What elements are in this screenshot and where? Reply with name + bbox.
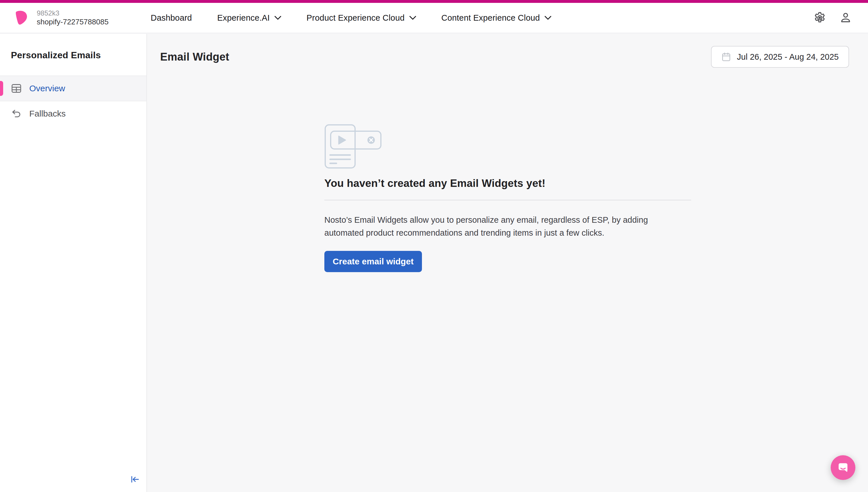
header-right-icons (812, 10, 868, 25)
nav-experience-ai[interactable]: Experience.AI (217, 13, 281, 23)
sidebar-title: Personalized Emails (0, 34, 146, 75)
main-nav: Dashboard Experience.AI Product Experien… (151, 13, 551, 23)
chevron-down-icon (274, 16, 281, 20)
account-block[interactable]: 9852k3 shopify-72275788085 (14, 9, 151, 26)
settings-button[interactable] (812, 10, 827, 25)
date-range-picker[interactable]: Jul 26, 2025 - Aug 24, 2025 (711, 46, 849, 68)
nav-experience-ai-label: Experience.AI (217, 13, 270, 23)
calendar-icon (721, 52, 731, 62)
nav-product-experience-cloud[interactable]: Product Experience Cloud (306, 13, 416, 23)
account-name: shopify-72275788085 (37, 18, 108, 26)
table-icon (11, 83, 22, 94)
create-email-widget-button[interactable]: Create email widget (324, 251, 422, 272)
sidebar-item-overview-label: Overview (29, 83, 65, 93)
nav-dashboard[interactable]: Dashboard (151, 13, 192, 23)
divider (324, 200, 691, 200)
email-widget-placeholder-illustration (324, 124, 382, 171)
sidebar-item-overview[interactable]: Overview (0, 76, 146, 101)
collapse-sidebar-icon (130, 474, 140, 484)
nosto-logo-icon (14, 10, 28, 25)
chevron-down-icon (545, 16, 551, 20)
undo-arrow-icon (11, 108, 22, 119)
chevron-down-icon (409, 16, 416, 20)
top-accent-strip (0, 0, 868, 3)
empty-state-heading: You haven’t created any Email Widgets ye… (324, 177, 691, 190)
collapse-sidebar-button[interactable] (129, 473, 141, 486)
active-indicator-bar (0, 81, 3, 96)
date-range-value: Jul 26, 2025 - Aug 24, 2025 (737, 52, 839, 62)
settings-gear-icon (813, 11, 826, 24)
sidebar-item-fallbacks-label: Fallbacks (29, 109, 66, 119)
account-id: 9852k3 (37, 9, 108, 18)
user-profile-icon (839, 11, 852, 24)
nav-dashboard-label: Dashboard (151, 13, 192, 23)
sidebar-item-fallbacks[interactable]: Fallbacks (0, 101, 146, 126)
nav-content-experience-cloud[interactable]: Content Experience Cloud (442, 13, 551, 23)
nav-product-experience-cloud-label: Product Experience Cloud (306, 13, 405, 23)
main-content: Email Widget Jul 26, 2025 - Aug 24, 2025… (148, 34, 868, 492)
chat-launcher-button[interactable] (831, 455, 855, 480)
empty-state-description: Nosto’s Email Widgets allow you to perso… (324, 214, 672, 239)
header: 9852k3 shopify-72275788085 Dashboard Exp… (0, 3, 868, 33)
empty-state: You haven’t created any Email Widgets ye… (324, 124, 691, 272)
chat-bubble-icon (837, 461, 850, 474)
page-title: Email Widget (160, 51, 229, 63)
user-menu-button[interactable] (838, 10, 853, 25)
sidebar: Personalized Emails Overview Fallbacks (0, 34, 147, 492)
nav-content-experience-cloud-label: Content Experience Cloud (442, 13, 540, 23)
